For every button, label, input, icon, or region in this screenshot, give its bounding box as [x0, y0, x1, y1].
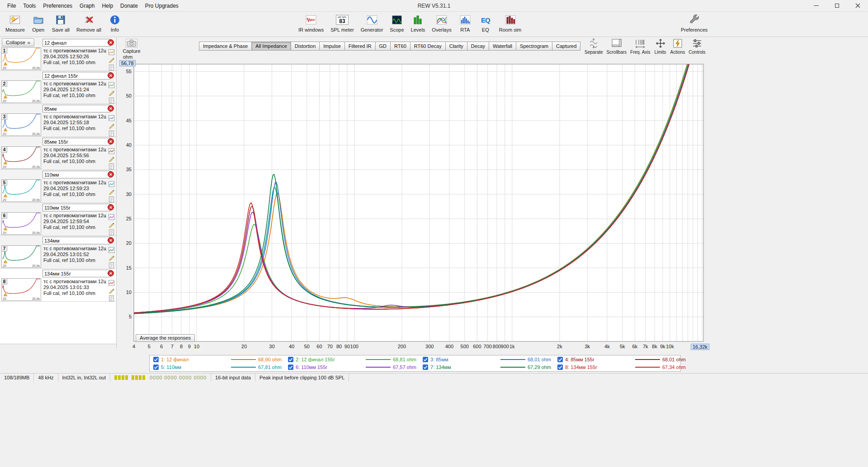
toolbar-button-levels[interactable]: Levels [409, 13, 427, 33]
toolbar-button-preferences[interactable]: Preferences [679, 13, 709, 33]
measurement-name-input[interactable] [42, 39, 110, 47]
notes-icon[interactable] [108, 196, 114, 202]
measurement-item-8[interactable]: ×82020,0kтс с противомагнитами 12ш29.04.… [0, 269, 116, 302]
toolbar-button-room-sim[interactable]: Room sim [497, 13, 524, 33]
delete-measurement-button[interactable]: × [108, 138, 114, 145]
notes-icon[interactable] [108, 163, 114, 169]
toolbar-button-actions[interactable]: Actions [669, 38, 687, 55]
mini-chart-icon[interactable] [108, 148, 114, 154]
collapse-button[interactable]: Collapse« [2, 38, 34, 47]
menu-file[interactable]: File [4, 1, 19, 10]
toolbar-button-info[interactable]: Info [106, 13, 123, 33]
mini-chart-icon[interactable] [108, 49, 114, 55]
toolbar-button-save-all[interactable]: Save all [50, 13, 71, 33]
mini-chart-icon[interactable] [108, 181, 114, 187]
tab-distortion[interactable]: Distortion [291, 42, 320, 51]
minimize-button[interactable] [806, 0, 826, 12]
measurement-item-5[interactable]: ×52020,0kтс с противомагнитами 12ш29.04.… [0, 170, 116, 203]
mini-chart-icon[interactable] [108, 82, 114, 88]
legend-checkbox[interactable] [423, 357, 428, 362]
delete-measurement-button[interactable]: × [108, 204, 114, 210]
tab-captured[interactable]: Captured [552, 42, 580, 51]
measurement-thumbnail[interactable]: 22020,0k [1, 80, 41, 103]
legend-checkbox[interactable] [288, 364, 293, 370]
notes-icon[interactable] [108, 295, 114, 301]
toolbar-button-controls[interactable]: Controls [687, 38, 707, 55]
impedance-chart[interactable]: 5101520253035404550554567891020304050607… [117, 62, 707, 351]
toolbar-button-overlays[interactable]: Overlays [430, 13, 453, 33]
tab-waterfall[interactable]: Waterfall [489, 42, 516, 51]
toolbar-button-separate[interactable]: Separate [583, 38, 604, 55]
menu-preferences[interactable]: Preferences [39, 1, 76, 10]
toolbar-button-remove-all[interactable]: Remove all [75, 13, 103, 33]
toolbar-button-scope[interactable]: Scope [388, 13, 406, 33]
measurement-name-input[interactable] [42, 204, 110, 211]
average-responses-button[interactable]: Average the responses [136, 334, 195, 342]
measurement-thumbnail[interactable]: 32020,0k [1, 113, 41, 136]
delete-measurement-button[interactable]: × [108, 171, 114, 177]
toolbar-button-rta[interactable]: RTA [457, 13, 474, 33]
measurement-item-4[interactable]: ×42020,0kтс с противомагнитами 12ш29.04.… [0, 137, 116, 170]
measurement-thumbnail[interactable]: 72020,0k [1, 245, 41, 268]
measurement-name-input[interactable] [42, 105, 110, 112]
toolbar-button-freq-axis[interactable]: Freq. Axis [629, 38, 651, 55]
close-button[interactable] [847, 0, 868, 12]
toolbar-button-eq[interactable]: EQEQ [477, 13, 494, 33]
tab-rt60[interactable]: RT60 [390, 42, 410, 51]
measurement-thumbnail[interactable]: 62020,0k [1, 212, 41, 235]
notes-icon[interactable] [108, 97, 114, 103]
toolbar-button-limits[interactable]: Limits [653, 38, 668, 55]
measurement-thumbnail[interactable]: 42020,0k [1, 146, 41, 169]
pencil-icon[interactable] [108, 254, 114, 260]
delete-measurement-button[interactable]: × [108, 105, 114, 112]
delete-measurement-button[interactable]: × [108, 39, 114, 46]
notes-icon[interactable] [108, 64, 114, 70]
measurement-item-2[interactable]: ×22020,0kтс с противомагнитами 12ш29.04.… [0, 71, 116, 104]
toolbar-button-ir-windows[interactable]: IR windows [297, 13, 326, 33]
mini-chart-icon[interactable] [108, 247, 114, 252]
delete-measurement-button[interactable]: × [108, 237, 114, 243]
pencil-icon[interactable] [108, 56, 114, 62]
notes-icon[interactable] [108, 130, 114, 136]
mini-chart-icon[interactable] [108, 280, 114, 285]
delete-measurement-button[interactable]: × [108, 270, 114, 276]
capture-button[interactable]: Capture [121, 39, 142, 54]
menu-donate[interactable]: Donate [117, 1, 142, 10]
measurement-name-input[interactable] [42, 72, 110, 79]
notes-icon[interactable] [108, 262, 114, 268]
toolbar-button-scrollbars[interactable]: Scrollbars [605, 38, 628, 55]
pencil-icon[interactable] [108, 221, 114, 227]
delete-measurement-button[interactable]: × [108, 72, 114, 79]
toolbar-button-open[interactable]: Open [30, 13, 47, 33]
tab-impulse[interactable]: Impulse [319, 42, 345, 51]
tab-filtered-ir[interactable]: Filtered IR [344, 42, 376, 51]
measurement-thumbnail[interactable]: 12020,0k [1, 47, 41, 70]
pencil-icon[interactable] [108, 89, 114, 95]
legend-checkbox[interactable] [153, 357, 159, 362]
measurement-name-input[interactable] [42, 237, 110, 244]
tab-gd[interactable]: GD [375, 42, 391, 51]
toolbar-button-generator[interactable]: Generator [359, 13, 385, 33]
menu-graph[interactable]: Graph [76, 1, 98, 10]
maximize-button[interactable] [826, 0, 847, 12]
legend-checkbox[interactable] [557, 357, 563, 362]
menu-tools[interactable]: Tools [19, 1, 39, 10]
measurement-item-7[interactable]: ×72020,0kтс с противомагнитами 12ш29.04.… [0, 236, 116, 269]
tab-rt60-decay[interactable]: RT60 Decay [410, 42, 446, 51]
menu-help[interactable]: Help [98, 1, 117, 10]
tab-clarity[interactable]: Clarity [445, 42, 467, 51]
measurement-name-input[interactable] [42, 171, 110, 178]
measurement-item-3[interactable]: ×32020,0kтс с противомагнитами 12ш29.04.… [0, 104, 116, 137]
pencil-icon[interactable] [108, 287, 114, 293]
tab-spectrogram[interactable]: Spectrogram [516, 42, 552, 51]
measurement-thumbnail[interactable]: 52020,0k [1, 179, 41, 202]
pencil-icon[interactable] [108, 155, 114, 161]
mini-chart-icon[interactable] [108, 214, 114, 219]
measurement-thumbnail[interactable]: 82020,0k [1, 278, 41, 301]
toolbar-button-spl-meter[interactable]: dB SPL83SPL meter [329, 13, 356, 33]
mini-chart-icon[interactable] [108, 115, 114, 121]
legend-checkbox[interactable] [423, 364, 428, 370]
notes-icon[interactable] [108, 229, 114, 235]
toolbar-button-measure[interactable]: Measure [4, 13, 27, 33]
measurement-name-input[interactable] [42, 270, 110, 277]
